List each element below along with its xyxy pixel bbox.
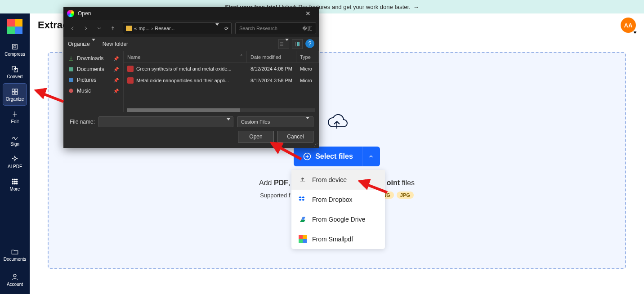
sidebar-item-documents[interactable]: Documents — [3, 244, 27, 265]
folder-icon — [126, 26, 132, 31]
pin-icon: 📌 — [113, 67, 119, 72]
tree-item[interactable]: Documents📌 — [63, 64, 123, 75]
select-files-group: Select files — [294, 147, 380, 166]
select-files-dropdown-toggle[interactable] — [362, 147, 380, 166]
file-open-dialog: Open ✕ « mp... › Resear... ⟳ Search Rese… — [63, 7, 319, 148]
select-files-label: Select files — [315, 152, 353, 160]
svg-rect-4 — [13, 44, 18, 49]
svg-point-13 — [16, 179, 18, 180]
chevron-down-icon[interactable] — [215, 26, 219, 31]
resize-grip[interactable]: ⋰ — [313, 142, 318, 147]
ai-icon — [11, 155, 19, 163]
dialog-navbar: « mp... › Resear... ⟳ Search Research �更 — [63, 20, 319, 37]
svg-rect-28 — [69, 67, 73, 71]
close-button[interactable]: ✕ — [301, 10, 315, 17]
file-type-select[interactable]: Custom Files — [237, 116, 313, 127]
sidebar-item-account[interactable]: Account — [3, 269, 27, 290]
open-button[interactable]: Open — [238, 131, 274, 143]
sidebar-label: Compress — [4, 52, 25, 57]
svg-rect-3 — [15, 27, 22, 34]
sidebar-label: Convert — [7, 74, 22, 79]
upload-icon — [299, 176, 307, 184]
dropdown-from-smallpdf[interactable]: From Smallpdf — [291, 229, 385, 249]
svg-rect-23 — [303, 235, 307, 239]
svg-point-11 — [12, 179, 13, 180]
sidebar-item-organize[interactable]: Organize — [3, 84, 27, 105]
col-date[interactable]: Date modified — [247, 51, 296, 62]
svg-rect-0 — [7, 19, 15, 27]
nav-recent-button[interactable] — [93, 22, 106, 35]
svg-rect-1 — [15, 19, 22, 27]
refresh-icon[interactable]: ⟳ — [224, 26, 228, 31]
annotation-arrow — [34, 88, 66, 108]
organize-menu[interactable]: Organize — [68, 41, 95, 47]
nav-back-button[interactable] — [66, 22, 79, 35]
svg-rect-24 — [299, 239, 303, 243]
help-button[interactable]: ? — [305, 39, 314, 48]
chevron-down-icon[interactable] — [227, 120, 230, 127]
svg-rect-25 — [303, 239, 307, 243]
cloud-upload-icon — [326, 113, 348, 134]
sidebar-label: More — [10, 187, 20, 192]
svg-rect-9 — [12, 92, 14, 94]
svg-rect-8 — [15, 89, 18, 91]
grid-icon — [11, 178, 19, 186]
file-name-input[interactable] — [98, 116, 233, 127]
nav-up-button[interactable] — [107, 22, 119, 35]
search-placeholder: Search Research — [239, 26, 277, 31]
horizontal-scrollbar[interactable] — [127, 108, 315, 112]
new-folder-button[interactable]: New folder — [103, 41, 128, 47]
sidebar-item-more[interactable]: More — [3, 174, 27, 195]
tree-item[interactable]: Music📌 — [63, 85, 123, 96]
tree-item[interactable]: Pictures📌 — [63, 75, 123, 85]
annotation-arrow — [358, 179, 389, 199]
svg-point-14 — [12, 181, 13, 182]
scrollbar-thumb[interactable] — [127, 108, 240, 112]
svg-point-19 — [16, 183, 18, 184]
annotation-arrow — [270, 141, 306, 165]
view-mode-button[interactable] — [278, 39, 289, 49]
svg-line-31 — [42, 94, 63, 102]
dialog-body: Downloads📌 Documents📌 Pictures📌 Music📌 N… — [63, 51, 319, 112]
address-bar[interactable]: « mp... › Resear... ⟳ — [123, 22, 232, 34]
svg-point-18 — [14, 183, 16, 184]
sidebar-item-compress[interactable]: Compress — [3, 39, 27, 60]
avatar[interactable]: AA — [621, 18, 636, 33]
chrome-icon — [67, 10, 74, 17]
pdf-icon — [127, 66, 134, 72]
sidebar-item-edit[interactable]: Edit — [3, 106, 27, 128]
svg-rect-29 — [69, 78, 73, 82]
sidebar-item-convert[interactable]: Convert — [3, 61, 27, 83]
tree-item[interactable]: Downloads📌 — [63, 53, 123, 64]
dropdown-label: From Dropbox — [312, 196, 352, 203]
app-logo[interactable] — [7, 19, 22, 34]
svg-rect-2 — [7, 27, 15, 34]
column-headers: Name˄ Date modified Type — [124, 51, 319, 63]
svg-point-17 — [12, 183, 13, 184]
col-name[interactable]: Name˄ — [124, 51, 247, 62]
google-drive-icon — [299, 215, 307, 223]
svg-rect-26 — [295, 42, 297, 46]
chevron-up-icon — [368, 153, 374, 160]
path-segment[interactable]: mp... — [139, 26, 149, 31]
nav-forward-button[interactable] — [80, 22, 92, 35]
pdf-icon — [127, 77, 134, 84]
file-row[interactable]: Metal oxide nanoparticles and their appl… — [124, 75, 319, 86]
svg-marker-32 — [34, 88, 47, 99]
dropdown-from-gdrive[interactable]: From Google Drive — [291, 209, 385, 229]
dialog-titlebar[interactable]: Open ✕ — [63, 7, 319, 20]
sidebar-label: AI PDF — [8, 164, 22, 169]
col-type[interactable]: Type — [296, 51, 319, 62]
path-segment[interactable]: Resear... — [155, 26, 174, 31]
file-list: Name˄ Date modified Type Green synthesis… — [124, 51, 319, 112]
file-row[interactable]: Green synthesis of metal and metal oxide… — [124, 63, 319, 75]
sidebar-item-aipdf[interactable]: AI PDF — [3, 151, 27, 173]
preview-pane-button[interactable] — [292, 39, 303, 49]
svg-point-16 — [16, 181, 18, 182]
svg-rect-27 — [297, 42, 300, 46]
dropdown-label: From Smallpdf — [312, 236, 353, 243]
sidebar-label: Edit — [11, 119, 18, 124]
dropdown-label: From Google Drive — [312, 216, 365, 223]
search-input[interactable]: Search Research �更 — [235, 22, 316, 34]
sidebar-item-sign[interactable]: Sign — [3, 129, 27, 150]
